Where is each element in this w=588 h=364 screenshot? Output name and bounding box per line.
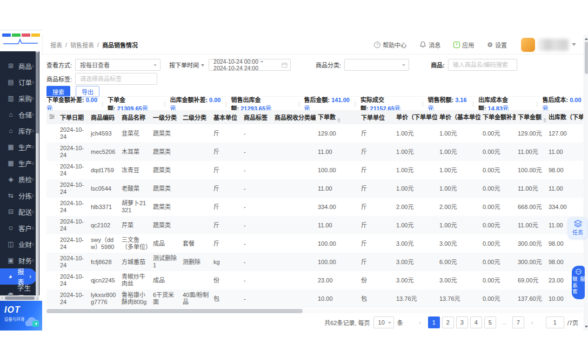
table-cell: 11.00 [546, 143, 583, 161]
table-cell: 方城番茄 [119, 253, 151, 271]
col-header-基本单位[interactable]: 基本单位 [211, 110, 242, 124]
sidebar-item-purchase[interactable]: ▥采购› [0, 90, 39, 106]
table-cell: qc2102 [89, 216, 119, 234]
breadcrumb-reports[interactable]: 报表 [50, 41, 62, 49]
col-header-商品标签[interactable]: 商品标签 [242, 110, 272, 124]
sidebar-item-delivery[interactable]: ⊟配送› [0, 204, 39, 220]
inventory-icon: ⌂ [7, 127, 15, 134]
tasks-label: 任务 [572, 228, 583, 236]
sort-icon[interactable] [337, 118, 340, 123]
summary-item: 下单金额:21309.65元 [108, 95, 159, 112]
table-cell: - [242, 271, 272, 289]
table-cell: 蔬菜类 [151, 198, 181, 216]
col-header-商品税收分类编码[interactable]: 商品税收分类编码 [272, 110, 316, 124]
sidebar-scrollbar-vertical[interactable]: ▲ [36, 51, 39, 295]
table-cell: 斤 [211, 161, 242, 179]
table-cell: 11.00元 [516, 216, 546, 234]
sidebar-item-biz-finance[interactable]: ◫业财› [0, 236, 39, 252]
view-mode-select[interactable]: 按每日查看 [75, 59, 161, 71]
sidebar-item-products[interactable]: ⊞商品› [0, 58, 39, 74]
page-prev-button[interactable]: ‹ [414, 316, 426, 328]
table-cell: 成品 [151, 234, 181, 253]
table-cell: 木耳菜 [119, 143, 151, 161]
col-header-一级分类[interactable]: 一级分类 [151, 110, 181, 124]
col-header-单价（下单单位）[interactable]: 单价（下单单位）? [394, 110, 437, 124]
table-cell [46, 198, 58, 216]
sidebar-nav: ⊞商品›▤订单›▥采购›⌂仓储›⌂库存›▦生产›▦生产›◈质检›⇆分拣›⊟配送›… [0, 51, 39, 301]
sidebar-scrollbar-horizontal[interactable]: ‹› [0, 295, 39, 301]
page-button-2[interactable]: 2 [442, 316, 454, 328]
table-cell: 1.00元 [437, 143, 480, 161]
sidebar-item-orders[interactable]: ▤订单› [0, 74, 39, 90]
table-cell: - [242, 161, 272, 179]
col-header[interactable] [46, 110, 58, 124]
page-button-5[interactable]: 5 [484, 316, 496, 328]
col-header-商品编码[interactable]: 商品编码 [89, 110, 119, 124]
sidebar-item-customers[interactable]: ☺客户› [0, 220, 39, 236]
table-cell: 2024-10-24 [58, 271, 89, 289]
col-header-下单金额补差[interactable]: 下单金额补差? [480, 110, 516, 124]
col-header-下单数[interactable]: 下单数 [316, 110, 359, 124]
table-scrollbar-horizontal[interactable] [46, 309, 583, 313]
page-jump-input[interactable] [546, 316, 564, 328]
customer-service-float-button[interactable]: 联系客服 [572, 266, 585, 299]
table-row: 2024-10-24jch4593韭菜花蔬菜类斤-129.00斤1.00元1.0… [46, 124, 583, 143]
sidebar-item-label: 分拣 [18, 191, 32, 201]
col-header-商品名称[interactable]: 商品名称 [119, 110, 151, 124]
col-header-出库数（下单单位）[interactable]: 出库数（下单单位） [546, 110, 583, 124]
table-cell: swy（ddw）5980 [89, 234, 119, 253]
tasks-float-button[interactable]: 任务 [569, 218, 587, 238]
sidebar-item-quality[interactable]: ◈质检› [0, 171, 39, 187]
sidebar-item-inventory[interactable]: ⌂库存› [0, 123, 39, 139]
page-button-3[interactable]: 3 [456, 316, 468, 328]
table-cell: 100.00元 [516, 161, 546, 179]
header-action-apps[interactable]: +应用 [453, 41, 474, 49]
col-header-二级分类[interactable]: 二级分类 [181, 110, 211, 124]
table-cell [181, 161, 211, 179]
header-action-help[interactable]: ?帮助中心 [374, 41, 406, 49]
category-select[interactable] [344, 59, 409, 71]
date-range-picker[interactable]: 2024-10-24 00:00 ~ 2024-10-24 24:00 [209, 59, 291, 71]
column-settings-icon[interactable] [49, 113, 55, 120]
col-header-下单金额[interactable]: 下单金额 [516, 110, 546, 124]
table-cell: 129.00 [316, 124, 359, 143]
page-next-button[interactable]: › [526, 316, 538, 328]
sidebar-item-sorting[interactable]: ⇆分拣› [0, 187, 39, 204]
table-cell: jch4593 [89, 124, 119, 143]
table-cell: fcfj8628 [89, 253, 119, 271]
sidebar-item-warehouse[interactable]: ⌂仓储› [0, 106, 39, 123]
header-action-message[interactable]: 消息 [419, 41, 440, 49]
table-cell: 1.00元 [437, 161, 480, 179]
page-button-7[interactable]: 7 [512, 316, 524, 328]
time-mode-select[interactable]: 按下单时间 [169, 60, 204, 69]
table-cell: 0.00元 [480, 124, 516, 143]
tag-input[interactable] [75, 73, 157, 85]
table-cell: 11.00 [316, 179, 359, 198]
sidebar: ⊞商品›▤订单›▥采购›⌂仓储›⌂库存›▦生产›▦生产›◈质检›⇆分拣›⊟配送›… [0, 51, 39, 295]
page-size-select[interactable]: 10 [373, 316, 394, 328]
col-header-下单单位[interactable]: 下单单位 [359, 110, 394, 124]
table-cell: 斤 [359, 143, 394, 161]
product-search-input[interactable] [448, 59, 517, 71]
summary-item: 销售税额:3.16元 [428, 95, 469, 112]
header-action-settings[interactable]: ⚙设置 [487, 41, 507, 49]
sidebar-item-production-1[interactable]: ▦生产› [0, 139, 39, 155]
page-button-1[interactable]: 1 [428, 316, 440, 328]
col-header-下单日期[interactable]: 下单日期 [58, 110, 89, 124]
sidebar-item-production-2[interactable]: ▦生产› [0, 155, 39, 171]
avatar[interactable] [521, 38, 535, 52]
table-cell: 包 [211, 289, 242, 308]
table-cell: dqd1759 [89, 161, 119, 179]
user-menu[interactable] [521, 38, 576, 52]
breadcrumb-separator: / [97, 42, 99, 48]
table-cell: 2024-10-24 [58, 179, 89, 198]
finance-icon: ▣ [7, 257, 15, 264]
breadcrumb-sales-reports[interactable]: 销售报表 [70, 41, 94, 49]
table-cell: 芹菜 [119, 216, 151, 234]
chevron-down-icon [388, 322, 391, 326]
iot-module-banner[interactable]: IOT 设备与环境 [0, 301, 42, 331]
sort-icon[interactable] [543, 118, 546, 123]
summary-strip: 下单金额补差:0.00元|下单金额:21309.65元|出库金额补差:0.00元… [46, 96, 583, 108]
page-button-4[interactable]: 4 [470, 316, 482, 328]
col-header-单价（基本单位）[interactable]: 单价（基本单位） [437, 110, 480, 124]
